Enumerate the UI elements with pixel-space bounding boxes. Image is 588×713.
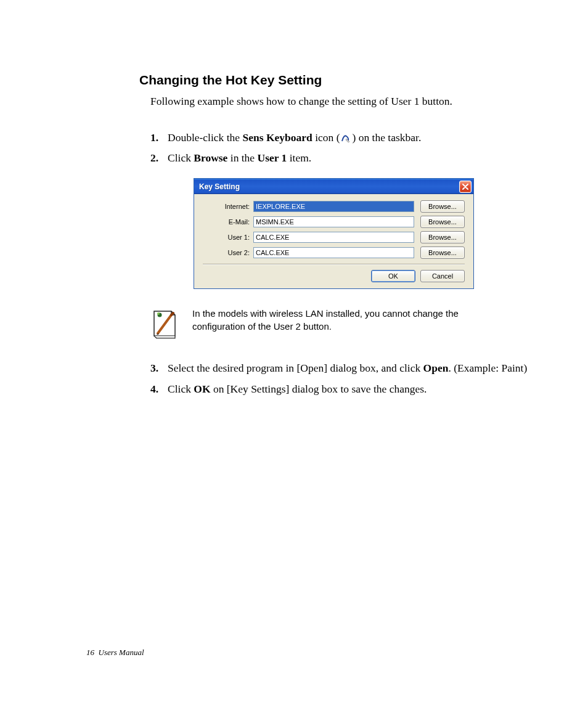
step-number: 2. (150, 150, 168, 166)
svg-point-1 (157, 312, 160, 315)
page-number: 16 (86, 648, 94, 657)
user2-field[interactable] (253, 247, 414, 258)
close-button[interactable] (459, 181, 472, 193)
browse-button[interactable]: Browse... (420, 200, 465, 213)
field-label: E-Mail: (203, 218, 253, 226)
step-2: 2. Click Browse in the User 1 item. (150, 150, 531, 166)
field-label: User 1: (203, 234, 253, 241)
step-text: on [Key Settings] dialog box to save the… (211, 383, 427, 395)
ok-button[interactable]: OK (371, 270, 415, 282)
separator (203, 264, 465, 265)
step-text: Click (168, 383, 194, 395)
step-text: icon ( (312, 131, 340, 144)
intro-paragraph: Following example shows how to change th… (150, 94, 531, 109)
row-email: E-Mail: Browse... (203, 216, 465, 228)
key-setting-dialog: Key Setting Internet: Browse... E-Mail: … (194, 178, 474, 289)
cancel-button[interactable]: Cancel (420, 270, 465, 282)
step-bold: Open (423, 362, 449, 374)
section-heading: Changing the Hot Key Setting (139, 73, 531, 88)
step-text: Click (168, 152, 194, 164)
step-number: 4. (150, 381, 168, 397)
step-bold: OK (194, 383, 210, 395)
row-user1: User 1: Browse... (203, 231, 465, 243)
row-user2: User 2: Browse... (203, 246, 465, 259)
browse-button[interactable]: Browse... (420, 231, 465, 243)
footer-label: Users Manual (99, 648, 144, 657)
step-4: 4. Click OK on [Key Settings] dialog box… (150, 381, 531, 397)
step-text: Double-click the (168, 131, 242, 144)
field-label: Internet: (203, 203, 253, 210)
note-block: In the models with wireless LAN installe… (150, 308, 531, 340)
row-internet: Internet: Browse... (203, 200, 465, 213)
step-text: . (Example: Paint) (448, 362, 527, 374)
step-bold: Sens Keyboard (242, 131, 312, 144)
step-3: 3. Select the desired program in [Open] … (150, 361, 531, 376)
sens-keyboard-icon (340, 132, 352, 144)
step-text: ) on the taskbar. (352, 131, 421, 144)
page-footer: 16 Users Manual (86, 648, 144, 658)
note-icon (150, 308, 179, 340)
step-bold: User 1 (258, 152, 287, 164)
internet-field[interactable] (253, 201, 414, 212)
dialog-title: Key Setting (199, 182, 459, 191)
step-bold: Browse (194, 152, 227, 164)
step-1: 1. Double-click the Sens Keyboard icon (… (150, 130, 531, 145)
step-text: in the (227, 152, 257, 164)
step-text: item. (287, 152, 311, 164)
field-label: User 2: (203, 249, 253, 256)
browse-button[interactable]: Browse... (420, 216, 465, 228)
dialog-titlebar: Key Setting (194, 179, 473, 194)
step-number: 3. (150, 361, 168, 376)
email-field[interactable] (253, 216, 414, 227)
note-text: In the models with wireless LAN installe… (192, 308, 513, 333)
step-text: Select the desired program in [Open] dia… (168, 362, 423, 374)
browse-button[interactable]: Browse... (420, 246, 465, 259)
step-number: 1. (150, 130, 168, 145)
user1-field[interactable] (253, 232, 414, 243)
